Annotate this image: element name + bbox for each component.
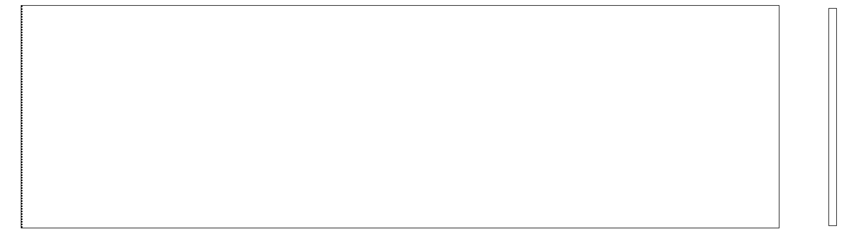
plot-canvas-container — [21, 6, 779, 228]
sunset-line — [21, 6, 23, 228]
colorbar — [829, 8, 837, 226]
colorbar-gradient — [829, 9, 836, 225]
temperature-heatmap — [21, 6, 779, 228]
plot-area — [21, 5, 779, 228]
figure — [0, 0, 868, 245]
